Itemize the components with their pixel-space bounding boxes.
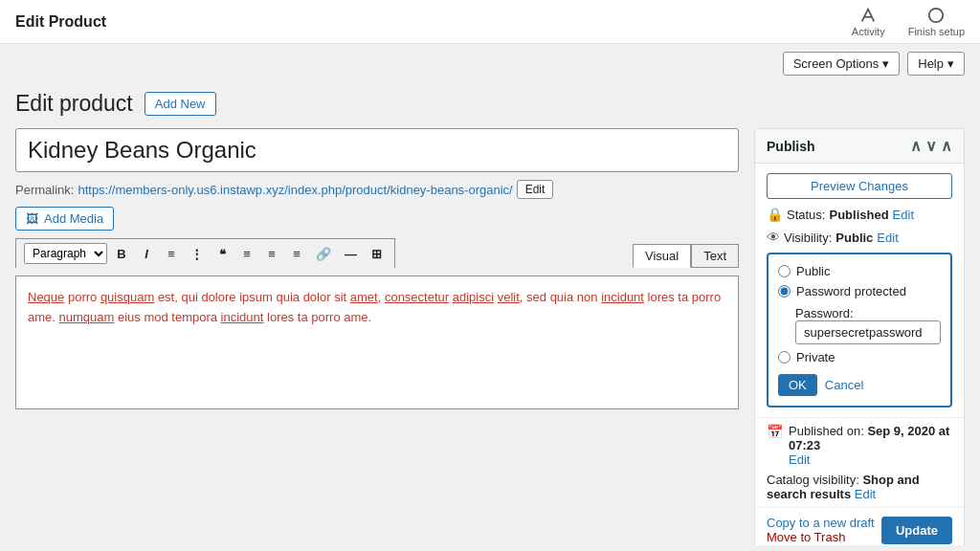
published-on-content: Published on: Sep 9, 2020 at 07:23 Edit bbox=[789, 424, 952, 467]
activity-button[interactable]: Activity bbox=[852, 7, 885, 37]
publish-actions: Copy to a new draft Move to Trash Update bbox=[755, 507, 964, 545]
tab-text[interactable]: Text bbox=[691, 244, 739, 268]
published-on-label: Published on: bbox=[789, 424, 864, 438]
top-bar-title: Edit Product bbox=[15, 13, 106, 31]
sub-header-right: Screen Options ▾ Help ▾ bbox=[783, 52, 965, 76]
align-center-button[interactable]: ≡ bbox=[261, 244, 282, 264]
password-input[interactable] bbox=[795, 320, 941, 344]
status-edit-link[interactable]: Edit bbox=[893, 208, 914, 222]
product-title-input[interactable] bbox=[15, 128, 739, 172]
radio-public[interactable] bbox=[778, 265, 791, 277]
visibility-row: 👁 Visibility: Public Edit bbox=[767, 230, 952, 245]
visibility-label: Visibility: bbox=[784, 231, 832, 245]
left-panel: Permalink: https://members-only.us6.inst… bbox=[15, 128, 739, 534]
cancel-button[interactable]: Cancel bbox=[825, 378, 863, 392]
radio-password[interactable] bbox=[778, 285, 791, 298]
add-media-icon: 🖼 bbox=[26, 211, 38, 226]
link-button[interactable]: 🔗 bbox=[311, 244, 336, 264]
copy-draft-link[interactable]: Copy to a new draft bbox=[767, 516, 875, 530]
publish-header: Publish ∧ ∨ ∧ bbox=[755, 129, 964, 164]
help-label: Help bbox=[918, 56, 944, 71]
radio-password-row: Password protected bbox=[778, 284, 941, 298]
editor-text: Neque porro quisquam est, qui dolore ips… bbox=[28, 290, 721, 324]
status-value: Published bbox=[829, 208, 888, 222]
tab-visual[interactable]: Visual bbox=[633, 244, 691, 268]
update-button[interactable]: Update bbox=[881, 517, 952, 544]
password-label: Password: bbox=[795, 306, 941, 320]
permalink-link[interactable]: https://members-only.us6.instawp.xyz/ind… bbox=[78, 183, 512, 197]
editor-toolbar-area: Paragraph B I ≡ ⋮ ❝ ≡ ≡ ≡ 🔗 — ⊞ Visual T… bbox=[15, 238, 739, 268]
visibility-value: Public bbox=[835, 231, 873, 245]
publish-info: 📅 Published on: Sep 9, 2020 at 07:23 Edi… bbox=[755, 417, 964, 507]
radio-password-label: Password protected bbox=[796, 284, 906, 298]
add-media-label: Add Media bbox=[44, 211, 103, 226]
sub-header: Screen Options ▾ Help ▾ bbox=[0, 44, 980, 83]
status-row: 🔒 Status: Published Edit bbox=[767, 207, 952, 222]
unordered-list-button[interactable]: ≡ bbox=[161, 244, 182, 264]
radio-private-label: Private bbox=[796, 350, 835, 364]
eye-icon: 👁 bbox=[767, 230, 780, 245]
help-button[interactable]: Help ▾ bbox=[907, 52, 965, 76]
main-layout: Permalink: https://members-only.us6.inst… bbox=[0, 117, 980, 545]
radio-private-row: Private bbox=[778, 350, 941, 364]
radio-private[interactable] bbox=[778, 351, 791, 364]
password-field-area: Password: bbox=[795, 304, 941, 344]
more-button[interactable]: — bbox=[340, 244, 362, 264]
lock-icon: 🔒 bbox=[767, 207, 783, 222]
publish-actions-left: Copy to a new draft Move to Trash bbox=[767, 516, 875, 544]
add-media-button[interactable]: 🖼 Add Media bbox=[15, 207, 114, 231]
catalog-row: Catalog visibility: Shop and search resu… bbox=[767, 473, 952, 501]
status-label: Status: bbox=[787, 208, 825, 222]
publish-body: Preview Changes 🔒 Status: Published Edit… bbox=[755, 164, 964, 417]
permalink-edit-button[interactable]: Edit bbox=[517, 180, 554, 199]
ok-button[interactable]: OK bbox=[778, 374, 817, 396]
editor-content[interactable]: Neque porro quisquam est, qui dolore ips… bbox=[15, 276, 739, 409]
visibility-edit-link[interactable]: Edit bbox=[877, 231, 898, 245]
collapse-down-icon[interactable]: ∨ bbox=[925, 137, 937, 155]
align-left-button[interactable]: ≡ bbox=[236, 244, 257, 264]
editor-toolbar: Paragraph B I ≡ ⋮ ❝ ≡ ≡ ≡ 🔗 — ⊞ bbox=[15, 238, 395, 268]
help-chevron-icon: ▾ bbox=[947, 56, 954, 71]
screen-options-button[interactable]: Screen Options ▾ bbox=[783, 52, 901, 76]
published-on-edit-link[interactable]: Edit bbox=[789, 452, 810, 467]
page-title: Edit product bbox=[15, 91, 133, 117]
popup-actions: OK Cancel bbox=[778, 374, 941, 396]
move-trash-link[interactable]: Move to Trash bbox=[767, 530, 845, 544]
publish-box: Publish ∧ ∨ ∧ Preview Changes 🔒 Status: … bbox=[754, 128, 965, 545]
catalog-edit-link[interactable]: Edit bbox=[855, 487, 876, 501]
top-bar-right: Activity Finish setup bbox=[852, 7, 965, 37]
align-right-button[interactable]: ≡ bbox=[286, 244, 307, 264]
blockquote-button[interactable]: ❝ bbox=[212, 244, 233, 264]
collapse-toggle-icon[interactable]: ∧ bbox=[941, 137, 952, 155]
calendar-icon: 📅 bbox=[767, 424, 783, 439]
radio-public-row: Public bbox=[778, 264, 941, 278]
italic-button[interactable]: I bbox=[136, 244, 157, 264]
format-select[interactable]: Paragraph bbox=[24, 243, 107, 264]
permalink-label: Permalink: bbox=[15, 183, 74, 197]
screen-options-chevron-icon: ▾ bbox=[882, 56, 889, 71]
collapse-up-icon[interactable]: ∧ bbox=[910, 137, 922, 155]
screen-options-label: Screen Options bbox=[793, 56, 880, 71]
preview-changes-button[interactable]: Preview Changes bbox=[767, 173, 952, 199]
activity-label: Activity bbox=[852, 26, 885, 37]
right-panel: Publish ∧ ∨ ∧ Preview Changes 🔒 Status: … bbox=[754, 128, 965, 534]
permalink-row: Permalink: https://members-only.us6.inst… bbox=[15, 180, 739, 199]
finish-setup-label: Finish setup bbox=[908, 26, 965, 37]
catalog-label: Catalog visibility: bbox=[767, 473, 859, 487]
editor-tabs: Visual Text bbox=[633, 244, 739, 268]
publish-header-controls: ∧ ∨ ∧ bbox=[910, 137, 952, 155]
svg-point-1 bbox=[929, 8, 943, 21]
page-title-area: Edit product Add New bbox=[0, 83, 980, 117]
top-bar: Edit Product Activity Finish setup bbox=[0, 0, 980, 44]
visibility-popup: Public Password protected Password: Priv… bbox=[767, 253, 952, 408]
bold-button[interactable]: B bbox=[111, 244, 132, 264]
finish-setup-button[interactable]: Finish setup bbox=[908, 7, 965, 37]
ordered-list-button[interactable]: ⋮ bbox=[186, 244, 208, 264]
published-on-row: 📅 Published on: Sep 9, 2020 at 07:23 Edi… bbox=[767, 424, 952, 467]
radio-public-label: Public bbox=[796, 264, 830, 278]
publish-title: Publish bbox=[767, 139, 815, 154]
kitchen-sink-button[interactable]: ⊞ bbox=[366, 244, 387, 264]
add-new-button[interactable]: Add New bbox=[145, 92, 216, 116]
